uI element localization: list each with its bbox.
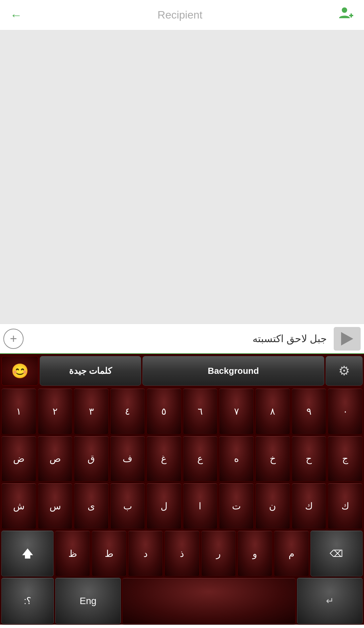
message-input[interactable] <box>29 333 330 345</box>
send-icon <box>341 332 353 346</box>
backspace-key[interactable]: ⌫ <box>310 531 363 577</box>
key-9[interactable]: ٩ <box>292 388 327 435</box>
key-sin[interactable]: س <box>38 483 73 529</box>
keyboard-function-row: 😊 كلمات جيدة Background ⚙ <box>0 354 364 388</box>
input-bar: + <box>0 324 364 354</box>
key-alef[interactable]: ا <box>183 483 218 529</box>
key-meem[interactable]: م <box>274 531 309 577</box>
key-2[interactable]: ٢ <box>38 388 73 435</box>
key-dhal[interactable]: ذ <box>164 531 199 577</box>
enter-key[interactable]: ↵ <box>297 578 363 624</box>
key-dal[interactable]: د <box>128 531 163 577</box>
attach-button[interactable]: + <box>3 329 24 349</box>
key-ya[interactable]: ى <box>74 483 109 529</box>
emoji-key[interactable]: 😊 <box>1 356 38 386</box>
key-sad[interactable]: ص <box>38 436 73 482</box>
shift-icon <box>22 548 33 559</box>
key-shin[interactable]: ش <box>1 483 36 529</box>
arabic-row-1: ض ص ق ف غ ع ه خ ح ج <box>0 435 364 483</box>
send-button[interactable] <box>334 327 361 351</box>
settings-key[interactable]: ⚙ <box>326 356 363 386</box>
arabic-row-3: ظ ط د ذ ر و م ⌫ <box>0 530 364 577</box>
key-waw[interactable]: و <box>237 531 272 577</box>
key-5[interactable]: ٥ <box>146 388 181 435</box>
key-kaf[interactable]: ك <box>328 483 363 529</box>
key-ghain[interactable]: غ <box>146 436 181 482</box>
key-6[interactable]: ٦ <box>183 388 218 435</box>
key-tta[interactable]: ط <box>92 531 127 577</box>
key-ain[interactable]: ع <box>183 436 218 482</box>
key-ra[interactable]: ر <box>201 531 236 577</box>
number-row: ١ ٢ ٣ ٤ ٥ ٦ ٧ ٨ ٩ ٠ <box>0 388 364 435</box>
key-hha[interactable]: ح <box>292 436 327 482</box>
key-ba[interactable]: ب <box>110 483 145 529</box>
punctuation-key[interactable]: :؟ <box>1 578 54 624</box>
background-key[interactable]: Background <box>142 356 324 386</box>
page-title: Recipient <box>22 9 338 21</box>
keyboard: 😊 كلمات جيدة Background ⚙ ١ ٢ ٣ ٤ ٥ ٦ ٧ … <box>0 354 364 625</box>
key-7[interactable]: ٧ <box>219 388 254 435</box>
key-8[interactable]: ٨ <box>255 388 290 435</box>
key-fa[interactable]: ف <box>110 436 145 482</box>
key-kaf-small[interactable]: ك <box>292 483 327 529</box>
key-0[interactable]: ٠ <box>328 388 363 435</box>
arabic-row-2: ش س ى ب ل ا ت ن ك ك <box>0 482 364 530</box>
backspace-icon: ⌫ <box>330 548 343 559</box>
message-area <box>0 30 364 324</box>
gear-icon: ⚙ <box>338 363 350 378</box>
add-contact-button[interactable] <box>338 5 354 25</box>
key-dad[interactable]: ض <box>1 436 36 482</box>
key-qaf[interactable]: ق <box>74 436 109 482</box>
key-kha[interactable]: خ <box>255 436 290 482</box>
space-key[interactable] <box>122 578 296 624</box>
key-ta[interactable]: ت <box>219 483 254 529</box>
key-ha[interactable]: ه <box>219 436 254 482</box>
bottom-row: :؟ Eng ↵ <box>0 577 364 625</box>
key-dha[interactable]: ظ <box>55 531 90 577</box>
shift-key[interactable] <box>1 531 54 577</box>
back-button[interactable]: ← <box>10 8 22 22</box>
key-nun[interactable]: ن <box>255 483 290 529</box>
key-lam[interactable]: ل <box>146 483 181 529</box>
key-3[interactable]: ٣ <box>74 388 109 435</box>
header: ← Recipient <box>0 0 364 30</box>
key-1[interactable]: ١ <box>1 388 36 435</box>
enter-icon: ↵ <box>326 595 334 606</box>
key-4[interactable]: ٤ <box>110 388 145 435</box>
svg-point-0 <box>342 7 347 13</box>
eng-key[interactable]: Eng <box>55 578 121 624</box>
suggestion-key[interactable]: كلمات جيدة <box>40 356 141 386</box>
key-jeem[interactable]: ج <box>328 436 363 482</box>
